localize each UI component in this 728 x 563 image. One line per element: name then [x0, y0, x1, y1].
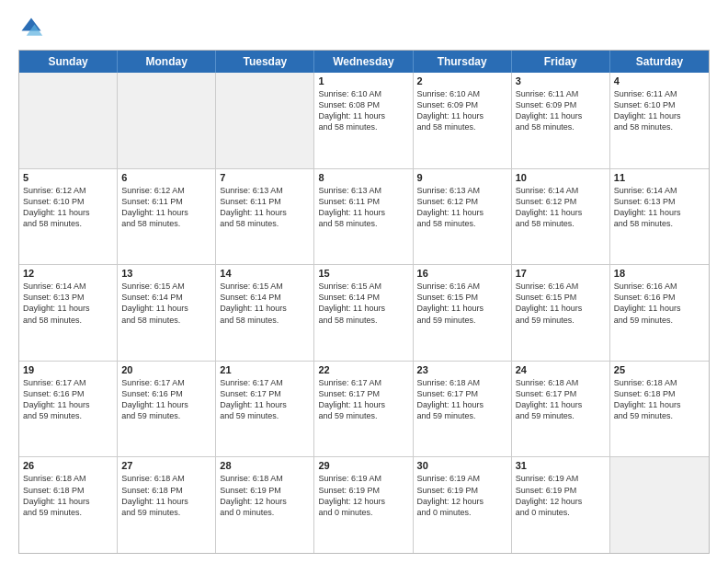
day-info: Sunrise: 6:14 AM Sunset: 6:12 PM Dayligh… [516, 185, 606, 230]
day-number: 27 [121, 460, 211, 471]
day-info: Sunrise: 6:16 AM Sunset: 6:15 PM Dayligh… [516, 281, 606, 326]
calendar-row-0: 1Sunrise: 6:10 AM Sunset: 6:08 PM Daylig… [19, 73, 709, 168]
day-number: 29 [318, 460, 408, 471]
day-info: Sunrise: 6:18 AM Sunset: 6:17 PM Dayligh… [516, 377, 606, 422]
day-number: 10 [516, 172, 606, 183]
calendar-row-4: 26Sunrise: 6:18 AM Sunset: 6:18 PM Dayli… [19, 456, 709, 553]
calendar-cell: 2Sunrise: 6:10 AM Sunset: 6:09 PM Daylig… [414, 73, 512, 168]
day-info: Sunrise: 6:15 AM Sunset: 6:14 PM Dayligh… [121, 281, 211, 326]
header-day-saturday: Saturday [610, 51, 709, 73]
day-number: 3 [516, 75, 606, 86]
header-day-monday: Monday [118, 51, 216, 73]
calendar-cell: 22Sunrise: 6:17 AM Sunset: 6:17 PM Dayli… [314, 362, 413, 457]
day-info: Sunrise: 6:19 AM Sunset: 6:19 PM Dayligh… [417, 473, 507, 518]
calendar-cell: 31Sunrise: 6:19 AM Sunset: 6:19 PM Dayli… [512, 457, 610, 553]
calendar-body: 1Sunrise: 6:10 AM Sunset: 6:08 PM Daylig… [19, 73, 709, 553]
calendar-row-3: 19Sunrise: 6:17 AM Sunset: 6:16 PM Dayli… [19, 361, 709, 457]
calendar-row-1: 5Sunrise: 6:12 AM Sunset: 6:10 PM Daylig… [19, 168, 709, 265]
calendar-cell: 1Sunrise: 6:10 AM Sunset: 6:08 PM Daylig… [314, 73, 413, 168]
day-info: Sunrise: 6:13 AM Sunset: 6:11 PM Dayligh… [318, 185, 408, 230]
day-info: Sunrise: 6:16 AM Sunset: 6:16 PM Dayligh… [614, 281, 705, 326]
day-number: 23 [417, 364, 507, 375]
day-info: Sunrise: 6:12 AM Sunset: 6:11 PM Dayligh… [121, 185, 211, 230]
calendar-cell: 27Sunrise: 6:18 AM Sunset: 6:18 PM Dayli… [118, 457, 216, 553]
header-day-sunday: Sunday [19, 51, 118, 73]
day-number: 1 [318, 75, 408, 86]
day-number: 28 [220, 460, 310, 471]
calendar-cell: 15Sunrise: 6:15 AM Sunset: 6:14 PM Dayli… [314, 265, 413, 361]
header-day-thursday: Thursday [414, 51, 512, 73]
day-number: 4 [614, 75, 705, 86]
day-info: Sunrise: 6:18 AM Sunset: 6:18 PM Dayligh… [23, 473, 113, 518]
calendar-cell: 21Sunrise: 6:17 AM Sunset: 6:17 PM Dayli… [216, 362, 314, 457]
day-info: Sunrise: 6:19 AM Sunset: 6:19 PM Dayligh… [318, 473, 408, 518]
day-number: 9 [417, 172, 507, 183]
day-info: Sunrise: 6:13 AM Sunset: 6:12 PM Dayligh… [417, 185, 507, 230]
day-info: Sunrise: 6:18 AM Sunset: 6:17 PM Dayligh… [417, 377, 507, 422]
calendar-cell: 25Sunrise: 6:18 AM Sunset: 6:18 PM Dayli… [610, 362, 709, 457]
day-number: 24 [516, 364, 606, 375]
calendar-cell: 11Sunrise: 6:14 AM Sunset: 6:13 PM Dayli… [610, 169, 709, 265]
logo-icon [18, 15, 44, 40]
calendar-cell: 3Sunrise: 6:11 AM Sunset: 6:09 PM Daylig… [512, 73, 610, 168]
calendar-cell: 29Sunrise: 6:19 AM Sunset: 6:19 PM Dayli… [314, 457, 413, 553]
day-number: 15 [318, 268, 408, 279]
day-info: Sunrise: 6:18 AM Sunset: 6:19 PM Dayligh… [220, 473, 310, 518]
day-number: 2 [417, 75, 507, 86]
day-number: 6 [121, 172, 211, 183]
day-number: 13 [121, 268, 211, 279]
day-number: 5 [23, 172, 113, 183]
day-info: Sunrise: 6:10 AM Sunset: 6:08 PM Dayligh… [318, 88, 408, 133]
calendar-cell: 8Sunrise: 6:13 AM Sunset: 6:11 PM Daylig… [314, 169, 413, 265]
day-number: 18 [614, 268, 705, 279]
day-number: 14 [220, 268, 310, 279]
day-info: Sunrise: 6:12 AM Sunset: 6:10 PM Dayligh… [23, 185, 113, 230]
day-number: 19 [23, 364, 113, 375]
calendar-cell: 20Sunrise: 6:17 AM Sunset: 6:16 PM Dayli… [118, 362, 216, 457]
calendar-cell [610, 457, 709, 553]
day-number: 31 [516, 460, 606, 471]
day-info: Sunrise: 6:15 AM Sunset: 6:14 PM Dayligh… [318, 281, 408, 326]
day-info: Sunrise: 6:18 AM Sunset: 6:18 PM Dayligh… [614, 377, 705, 422]
calendar-cell [19, 73, 118, 168]
calendar-row-2: 12Sunrise: 6:14 AM Sunset: 6:13 PM Dayli… [19, 264, 709, 361]
day-info: Sunrise: 6:17 AM Sunset: 6:17 PM Dayligh… [318, 377, 408, 422]
day-info: Sunrise: 6:17 AM Sunset: 6:16 PM Dayligh… [121, 377, 211, 422]
calendar-cell: 18Sunrise: 6:16 AM Sunset: 6:16 PM Dayli… [610, 265, 709, 361]
day-number: 11 [614, 172, 705, 183]
day-number: 20 [121, 364, 211, 375]
day-number: 21 [220, 364, 310, 375]
day-info: Sunrise: 6:10 AM Sunset: 6:09 PM Dayligh… [417, 88, 507, 133]
calendar-cell: 14Sunrise: 6:15 AM Sunset: 6:14 PM Dayli… [216, 265, 314, 361]
day-number: 8 [318, 172, 408, 183]
day-info: Sunrise: 6:15 AM Sunset: 6:14 PM Dayligh… [220, 281, 310, 326]
calendar-cell: 5Sunrise: 6:12 AM Sunset: 6:10 PM Daylig… [19, 169, 118, 265]
calendar-cell: 13Sunrise: 6:15 AM Sunset: 6:14 PM Dayli… [118, 265, 216, 361]
day-info: Sunrise: 6:17 AM Sunset: 6:16 PM Dayligh… [23, 377, 113, 422]
calendar-header: SundayMondayTuesdayWednesdayThursdayFrid… [19, 51, 709, 73]
calendar-cell: 28Sunrise: 6:18 AM Sunset: 6:19 PM Dayli… [216, 457, 314, 553]
calendar-cell [118, 73, 216, 168]
day-number: 7 [220, 172, 310, 183]
calendar-cell: 30Sunrise: 6:19 AM Sunset: 6:19 PM Dayli… [414, 457, 512, 553]
day-number: 26 [23, 460, 113, 471]
day-info: Sunrise: 6:13 AM Sunset: 6:11 PM Dayligh… [220, 185, 310, 230]
calendar-cell: 10Sunrise: 6:14 AM Sunset: 6:12 PM Dayli… [512, 169, 610, 265]
calendar-cell: 19Sunrise: 6:17 AM Sunset: 6:16 PM Dayli… [19, 362, 118, 457]
calendar-cell: 24Sunrise: 6:18 AM Sunset: 6:17 PM Dayli… [512, 362, 610, 457]
day-info: Sunrise: 6:11 AM Sunset: 6:09 PM Dayligh… [516, 88, 606, 133]
calendar: SundayMondayTuesdayWednesdayThursdayFrid… [18, 50, 710, 554]
day-number: 22 [318, 364, 408, 375]
day-info: Sunrise: 6:14 AM Sunset: 6:13 PM Dayligh… [23, 281, 113, 326]
day-number: 30 [417, 460, 507, 471]
calendar-cell: 23Sunrise: 6:18 AM Sunset: 6:17 PM Dayli… [414, 362, 512, 457]
day-number: 25 [614, 364, 705, 375]
calendar-cell: 9Sunrise: 6:13 AM Sunset: 6:12 PM Daylig… [414, 169, 512, 265]
calendar-cell [216, 73, 314, 168]
day-info: Sunrise: 6:16 AM Sunset: 6:15 PM Dayligh… [417, 281, 507, 326]
header-day-wednesday: Wednesday [314, 51, 413, 73]
day-number: 17 [516, 268, 606, 279]
day-info: Sunrise: 6:11 AM Sunset: 6:10 PM Dayligh… [614, 88, 705, 133]
calendar-cell: 6Sunrise: 6:12 AM Sunset: 6:11 PM Daylig… [118, 169, 216, 265]
calendar-cell: 12Sunrise: 6:14 AM Sunset: 6:13 PM Dayli… [19, 265, 118, 361]
